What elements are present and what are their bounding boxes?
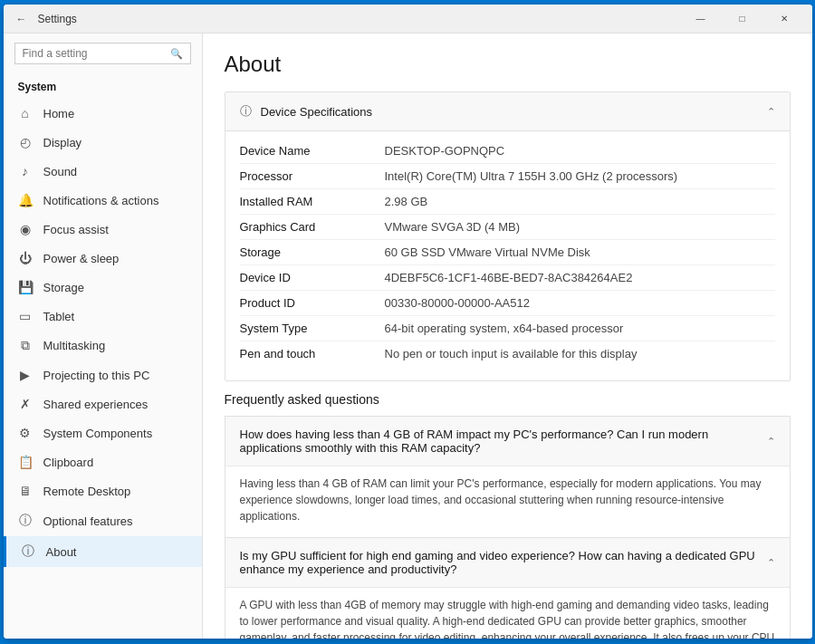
sidebar-item-display-label: Display bbox=[43, 136, 82, 149]
sidebar-item-focus-assist[interactable]: ◉ Focus assist bbox=[4, 215, 202, 244]
sidebar-item-notifications-label: Notifications & actions bbox=[43, 194, 159, 207]
faq-section-label: Frequently asked questions bbox=[225, 392, 791, 407]
spec-label-storage: Storage bbox=[240, 245, 385, 259]
spec-label-device-id: Device ID bbox=[240, 271, 385, 284]
faq-answer-0: Having less than 4 GB of RAM can limit y… bbox=[225, 466, 790, 537]
sidebar-item-projecting[interactable]: ▶ Projecting to this PC bbox=[4, 360, 202, 389]
spec-row-processor: Processor Intel(R) Core(TM) Ultra 7 155H… bbox=[240, 164, 775, 189]
spec-value-device-name: DESKTOP-GOPNQPC bbox=[385, 144, 775, 158]
sidebar-item-home[interactable]: ⌂ Home bbox=[4, 99, 202, 128]
projecting-icon: ▶ bbox=[18, 368, 33, 382]
sidebar-item-about-label: About bbox=[46, 545, 77, 559]
spec-label-product-id: Product ID bbox=[240, 296, 385, 310]
spec-value-storage: 60 GB SSD VMware Virtual NVMe Disk bbox=[385, 245, 775, 259]
search-input[interactable] bbox=[23, 47, 170, 60]
spec-label-graphics: Graphics Card bbox=[240, 220, 385, 234]
focus-assist-icon: ◉ bbox=[18, 222, 33, 236]
notifications-icon: 🔔 bbox=[18, 193, 33, 207]
minimize-button[interactable]: — bbox=[680, 5, 722, 34]
device-specs-accordion: ⓘ Device Specifications ⌃ Device Name DE… bbox=[225, 91, 791, 381]
spec-row-pen-touch: Pen and touch No pen or touch input is a… bbox=[240, 341, 775, 366]
spec-value-pen-touch: No pen or touch input is available for t… bbox=[385, 347, 775, 360]
spec-row-product-id: Product ID 00330-80000-00000-AA512 bbox=[240, 291, 775, 316]
device-specs-body: Device Name DESKTOP-GOPNQPC Processor In… bbox=[225, 131, 790, 380]
multitasking-icon: ⧉ bbox=[18, 338, 33, 353]
window-controls: — □ ✕ bbox=[680, 5, 805, 34]
faq-chevron-1: ⌃ bbox=[767, 557, 775, 569]
spec-label-device-name: Device Name bbox=[240, 144, 385, 158]
spec-value-system-type: 64-bit operating system, x64-based proce… bbox=[385, 322, 775, 335]
sidebar-item-optional-features[interactable]: ⓘ Optional features bbox=[4, 505, 202, 536]
spec-label-processor: Processor bbox=[240, 169, 385, 183]
faq-header-1[interactable]: Is my GPU sufficient for high end gaming… bbox=[225, 538, 790, 587]
tablet-icon: ▭ bbox=[18, 309, 33, 323]
sidebar-section-system: System bbox=[4, 73, 202, 99]
sidebar-item-tablet[interactable]: ▭ Tablet bbox=[4, 302, 202, 331]
sidebar-item-system-components-label: System Components bbox=[43, 427, 153, 440]
sidebar-item-sound-label: Sound bbox=[43, 165, 78, 178]
system-components-icon: ⚙ bbox=[18, 426, 33, 440]
page-title: About bbox=[225, 52, 791, 77]
sidebar-item-storage-label: Storage bbox=[43, 281, 85, 294]
about-icon: ⓘ bbox=[21, 543, 35, 560]
spec-label-system-type: System Type bbox=[240, 322, 385, 335]
spec-value-processor: Intel(R) Core(TM) Ultra 7 155H 3.00 GHz … bbox=[385, 169, 775, 183]
sound-icon: ♪ bbox=[18, 164, 33, 178]
sidebar-item-multitasking[interactable]: ⧉ Multitasking bbox=[4, 331, 202, 360]
shared-icon: ✗ bbox=[18, 397, 33, 411]
device-specs-header-left: ⓘ Device Specifications bbox=[240, 103, 373, 120]
maximize-button[interactable]: □ bbox=[722, 5, 763, 34]
spec-label-ram: Installed RAM bbox=[240, 195, 385, 208]
sidebar-item-about[interactable]: ⓘ About bbox=[4, 536, 202, 567]
sidebar-item-shared-label: Shared experiences bbox=[43, 398, 149, 411]
main-content: 🔍 System ⌂ Home ◴ Display ♪ Sound 🔔 Noti… bbox=[4, 34, 812, 639]
faq-item-1: Is my GPU sufficient for high end gaming… bbox=[225, 538, 790, 639]
sidebar-item-system-components[interactable]: ⚙ System Components bbox=[4, 418, 202, 447]
spec-value-product-id: 00330-80000-00000-AA512 bbox=[385, 296, 775, 310]
sidebar-item-clipboard[interactable]: 📋 Clipboard bbox=[4, 447, 202, 476]
title-bar: ← Settings — □ ✕ bbox=[4, 5, 812, 34]
sidebar: 🔍 System ⌂ Home ◴ Display ♪ Sound 🔔 Noti… bbox=[4, 34, 203, 639]
power-icon: ⏻ bbox=[18, 251, 33, 265]
clipboard-icon: 📋 bbox=[18, 455, 33, 469]
spec-row-ram: Installed RAM 2.98 GB bbox=[240, 189, 775, 215]
sidebar-item-multitasking-label: Multitasking bbox=[43, 339, 106, 352]
spec-row-device-id: Device ID 4DEBF5C6-1CF1-46BE-BED7-8AC384… bbox=[240, 265, 775, 291]
optional-features-icon: ⓘ bbox=[18, 513, 33, 529]
close-button[interactable]: ✕ bbox=[763, 5, 805, 34]
back-button[interactable]: ← bbox=[11, 8, 33, 30]
sidebar-item-power-sleep[interactable]: ⏻ Power & sleep bbox=[4, 244, 202, 273]
search-icon: 🔍 bbox=[170, 48, 183, 60]
spec-value-ram: 2.98 GB bbox=[385, 195, 775, 208]
faq-question-1: Is my GPU sufficient for high end gaming… bbox=[240, 549, 758, 576]
search-box[interactable]: 🔍 bbox=[14, 43, 191, 64]
settings-window: ← Settings — □ ✕ 🔍 System ⌂ Home ◴ Displ… bbox=[4, 5, 812, 639]
sidebar-item-display[interactable]: ◴ Display bbox=[4, 128, 202, 157]
sidebar-item-storage[interactable]: 💾 Storage bbox=[4, 273, 202, 302]
device-specs-title: Device Specifications bbox=[261, 105, 373, 119]
sidebar-item-remote-desktop[interactable]: 🖥 Remote Desktop bbox=[4, 476, 202, 505]
sidebar-item-sound[interactable]: ♪ Sound bbox=[4, 157, 202, 186]
sidebar-item-notifications[interactable]: 🔔 Notifications & actions bbox=[4, 186, 202, 215]
spec-value-device-id: 4DEBF5C6-1CF1-46BE-BED7-8AC384264AE2 bbox=[385, 271, 775, 284]
window-title: Settings bbox=[38, 13, 680, 25]
spec-row-system-type: System Type 64-bit operating system, x64… bbox=[240, 316, 775, 341]
sidebar-item-remote-label: Remote Desktop bbox=[43, 485, 131, 498]
sidebar-item-tablet-label: Tablet bbox=[43, 310, 75, 323]
spec-row-graphics: Graphics Card VMware SVGA 3D (4 MB) bbox=[240, 215, 775, 240]
spec-row-storage: Storage 60 GB SSD VMware Virtual NVMe Di… bbox=[240, 240, 775, 265]
sidebar-item-home-label: Home bbox=[43, 107, 75, 120]
device-specs-header[interactable]: ⓘ Device Specifications ⌃ bbox=[225, 92, 790, 131]
remote-desktop-icon: 🖥 bbox=[18, 484, 33, 498]
sidebar-item-power-label: Power & sleep bbox=[43, 252, 120, 265]
faq-container: How does having less than 4 GB of RAM im… bbox=[225, 416, 791, 639]
spec-label-pen-touch: Pen and touch bbox=[240, 347, 385, 360]
device-specs-chevron: ⌃ bbox=[767, 106, 775, 118]
spec-value-graphics: VMware SVGA 3D (4 MB) bbox=[385, 220, 775, 234]
faq-header-0[interactable]: How does having less than 4 GB of RAM im… bbox=[225, 417, 790, 466]
main-panel: About ⓘ Device Specifications ⌃ Device N… bbox=[203, 34, 812, 639]
sidebar-item-shared[interactable]: ✗ Shared experiences bbox=[4, 389, 202, 418]
spec-table: Device Name DESKTOP-GOPNQPC Processor In… bbox=[225, 131, 790, 380]
faq-question-0: How does having less than 4 GB of RAM im… bbox=[240, 428, 758, 455]
faq-item-0: How does having less than 4 GB of RAM im… bbox=[225, 417, 790, 538]
